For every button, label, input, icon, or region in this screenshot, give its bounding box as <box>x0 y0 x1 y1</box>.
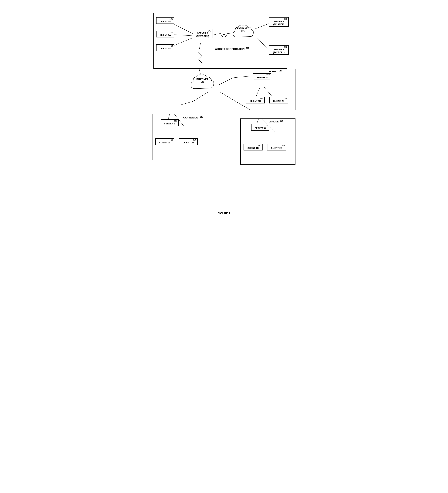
widget-label: WIDGET CORPORATION 105 <box>215 47 249 50</box>
client-1a-135: 135 CLIENT 1A <box>156 44 174 51</box>
client-2c: 150 CLIENT 2C <box>267 144 286 150</box>
car-rental-region <box>152 114 205 160</box>
hotel-label: HOTEL 120 <box>269 70 282 73</box>
server-a: 170 SERVER A (NETWORK) <box>193 29 212 38</box>
extranet-label: EXTRANET 195 <box>233 27 253 32</box>
server-d: 177 SERVER D <box>253 73 271 80</box>
car-rental-label: CAR RENTAL 110 <box>183 116 203 119</box>
server-f: 182 SERVER F (PAYROLL) <box>269 45 289 55</box>
server-b: 172 SERVER B <box>161 119 179 126</box>
internet-label: INTERNET 190 <box>191 78 214 83</box>
client-2d: 165 CLIENT 2D <box>269 97 288 103</box>
client-2b: 145 CLIENT 2B <box>179 138 198 145</box>
client-1d: 160 CLIENT 1D <box>246 97 265 103</box>
server-e: 180 SERVER E (FINANCE) <box>269 17 289 27</box>
diagram-container: WIDGET CORPORATION 105 125 CLIENT 1A 130… <box>143 7 305 206</box>
internet-cloud <box>189 73 216 93</box>
client-1c: 150 CLIENT 1C <box>243 144 263 150</box>
client-1a-130: 130 CLIENT 1A <box>156 31 174 37</box>
client-1a-125: 125 CLIENT 1A <box>156 17 174 24</box>
airline-label: AIRLINE 115 <box>269 120 283 123</box>
extranet-cloud <box>231 23 255 42</box>
client-1b: 140 CLIENT 1B <box>155 138 174 145</box>
diagram-wrapper: WIDGET CORPORATION 105 125 CLIENT 1A 130… <box>143 7 305 215</box>
server-c: 175 SERVER C <box>251 124 269 131</box>
figure-caption: FIGURE 1 <box>143 212 305 215</box>
